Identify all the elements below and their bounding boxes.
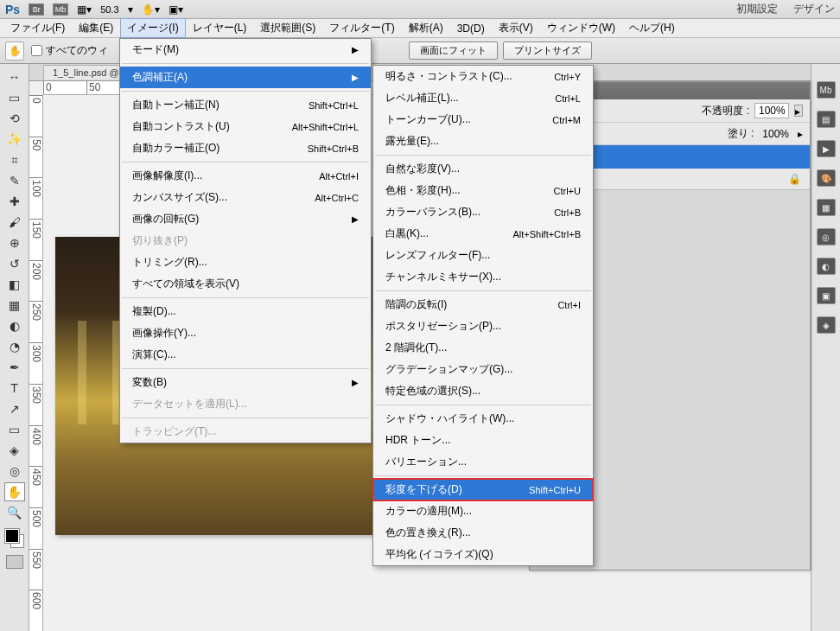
type-tool[interactable]: T (4, 379, 25, 398)
dock-icon-mb[interactable]: Mb (817, 81, 836, 99)
minibridge-icon[interactable]: Mb (53, 3, 68, 16)
scroll-all-input[interactable] (31, 45, 42, 56)
menu-item-hdr[interactable]: HDR トーン... (373, 430, 593, 451)
menu-item-posterize[interactable]: ポスタリゼーション(P)... (373, 316, 593, 337)
menu-item-bw[interactable]: 白黒(K)...Alt+Shift+Ctrl+B (373, 223, 593, 245)
screen-mode-icon[interactable]: ▣▾ (169, 3, 183, 16)
menu-filter[interactable]: フィルター(T) (322, 18, 401, 38)
dock-icon-layers[interactable]: ◈ (817, 316, 836, 334)
menu-3d[interactable]: 3D(D) (450, 20, 492, 37)
workspace-initial[interactable]: 初期設定 (736, 2, 778, 16)
eraser-tool[interactable]: ◧ (4, 275, 25, 294)
zoom-arrow-icon[interactable]: ▾ (128, 3, 133, 16)
bridge-icon[interactable]: Br (29, 3, 44, 16)
menu-item-shadows[interactable]: シャドウ・ハイライト(W)... (373, 408, 593, 430)
menu-select[interactable]: 選択範囲(S) (253, 18, 322, 38)
hand-tool[interactable]: ✋ (4, 482, 25, 501)
fill-flyout-icon[interactable]: ▸ (798, 128, 803, 140)
dock-icon-adjustments[interactable]: ◐ (817, 258, 836, 275)
print-size-button[interactable]: プリントサイズ (503, 41, 592, 60)
marquee-tool[interactable]: ▭ (4, 88, 25, 107)
lasso-tool[interactable]: ⟲ (4, 109, 25, 128)
menu-item-trim[interactable]: トリミング(R)... (120, 252, 371, 273)
quick-mask-icon[interactable] (6, 555, 23, 569)
blur-tool[interactable]: ◐ (4, 316, 25, 335)
dock-icon-history[interactable]: ▤ (817, 111, 836, 128)
menu-item-rotate[interactable]: 画像の回転(G)▶ (120, 208, 371, 230)
menu-item-gradient-map[interactable]: グラデーションマップ(G)... (373, 359, 593, 380)
menu-item-photo-filter[interactable]: レンズフィルター(F)... (373, 245, 593, 266)
menu-item-mode[interactable]: モード(M)▶ (120, 39, 371, 61)
menu-item-brightness[interactable]: 明るさ・コントラスト(C)...Ctrl+Y (373, 66, 593, 87)
3d-tool[interactable]: ◈ (4, 441, 25, 460)
menu-edit[interactable]: 編集(E) (72, 18, 120, 38)
opacity-flyout-icon[interactable]: ▸ (794, 105, 803, 117)
stamp-tool[interactable]: ⊕ (4, 233, 25, 252)
menu-item-levels[interactable]: レベル補正(L)...Ctrl+L (373, 87, 593, 109)
hand-icon[interactable]: ✋▾ (142, 3, 160, 16)
menu-item-vibrance[interactable]: 自然な彩度(V)... (373, 158, 593, 180)
menu-item-auto-contrast[interactable]: 自動コントラスト(U)Alt+Shift+Ctrl+L (120, 116, 371, 137)
menu-item-curves[interactable]: トーンカーブ(U)...Ctrl+M (373, 109, 593, 131)
dock-icon-swatches[interactable]: ▦ (817, 199, 836, 216)
pen-tool[interactable]: ✒ (4, 358, 25, 377)
menu-item-hue[interactable]: 色相・彩度(H)...Ctrl+U (373, 180, 593, 201)
menu-view[interactable]: 表示(V) (492, 18, 540, 38)
workspace-design[interactable]: デザイン (793, 2, 835, 16)
history-brush-tool[interactable]: ↺ (4, 254, 25, 273)
path-tool[interactable]: ↗ (4, 399, 25, 418)
menu-item-exposure[interactable]: 露光量(E)... (373, 131, 593, 152)
menu-item-desaturate[interactable]: 彩度を下げる(D)Shift+Ctrl+U (373, 479, 593, 500)
menu-image[interactable]: イメージ(I) (120, 18, 185, 38)
menu-item-selective-color[interactable]: 特定色域の選択(S)... (373, 380, 593, 402)
menu-item-replace-color[interactable]: 色の置き換え(R)... (373, 522, 593, 544)
menu-item-color-balance[interactable]: カラーバランス(B)...Ctrl+B (373, 201, 593, 223)
current-tool-icon[interactable]: ✋ (5, 41, 24, 61)
dock-icon-masks[interactable]: ▣ (817, 287, 836, 304)
gradient-tool[interactable]: ▦ (4, 296, 25, 315)
menu-item-channel-mixer[interactable]: チャンネルミキサー(X)... (373, 266, 593, 288)
menu-item-auto-color[interactable]: 自動カラー補正(O)Shift+Ctrl+B (120, 137, 371, 159)
move-tool[interactable]: ↔ (4, 67, 25, 86)
dock-icon-color[interactable]: 🎨 (817, 169, 836, 187)
dock-icon-styles[interactable]: ◎ (817, 228, 836, 245)
color-swatch[interactable] (5, 529, 24, 548)
menu-item-variables[interactable]: 変数(B)▶ (120, 372, 371, 393)
menu-item-duplicate[interactable]: 複製(D)... (120, 301, 371, 322)
menu-item-threshold[interactable]: 2 階調化(T)... (373, 337, 593, 359)
dodge-tool[interactable]: ◔ (4, 337, 25, 356)
menu-item-invert[interactable]: 階調の反転(I)Ctrl+I (373, 294, 593, 316)
opacity-value[interactable]: 100% (754, 103, 789, 118)
menu-item-apply-image[interactable]: 画像操作(Y)... (120, 322, 371, 344)
menu-file[interactable]: ファイル(F) (3, 18, 72, 38)
film-icon[interactable]: ▦▾ (77, 3, 92, 16)
menu-help[interactable]: ヘルプ(H) (622, 18, 682, 38)
fit-screen-button[interactable]: 画面にフィット (409, 41, 498, 60)
brush-tool[interactable]: 🖌 (4, 213, 25, 232)
menu-item-crop: 切り抜き(P) (120, 230, 371, 252)
shape-tool[interactable]: ▭ (4, 420, 25, 439)
camera-tool[interactable]: ◎ (4, 462, 25, 481)
menu-item-equalize[interactable]: 平均化 (イコライズ)(Q) (373, 544, 593, 565)
fill-value[interactable]: 100% (762, 128, 789, 140)
foreground-swatch[interactable] (5, 529, 19, 543)
menu-window[interactable]: ウィンドウ(W) (540, 18, 622, 38)
scroll-all-checkbox[interactable]: すべてのウィ (31, 43, 108, 58)
menu-item-variations[interactable]: バリエーション... (373, 451, 593, 473)
menu-item-canvas-size[interactable]: カンバスサイズ(S)...Alt+Ctrl+C (120, 187, 371, 208)
dock-icon-actions[interactable]: ▶ (817, 140, 836, 157)
menu-item-reveal-all[interactable]: すべての領域を表示(V) (120, 273, 371, 295)
menu-layer[interactable]: レイヤー(L) (186, 18, 254, 38)
eyedropper-tool[interactable]: ✎ (4, 171, 25, 190)
menu-analysis[interactable]: 解析(A) (402, 18, 450, 38)
menu-item-match-color[interactable]: カラーの適用(M)... (373, 500, 593, 522)
heal-tool[interactable]: ✚ (4, 192, 25, 211)
menu-item-auto-tone[interactable]: 自動トーン補正(N)Shift+Ctrl+L (120, 94, 371, 116)
zoom-tool[interactable]: 🔍 (4, 503, 25, 522)
menu-item-image-size[interactable]: 画像解像度(I)...Alt+Ctrl+I (120, 165, 371, 187)
menu-item-adjustments[interactable]: 色調補正(A)▶ (120, 67, 371, 88)
crop-tool[interactable]: ⌗ (4, 150, 25, 169)
menu-item-calculations[interactable]: 演算(C)... (120, 344, 371, 366)
zoom-value[interactable]: 50.3 (100, 4, 118, 15)
wand-tool[interactable]: ✨ (4, 130, 25, 149)
